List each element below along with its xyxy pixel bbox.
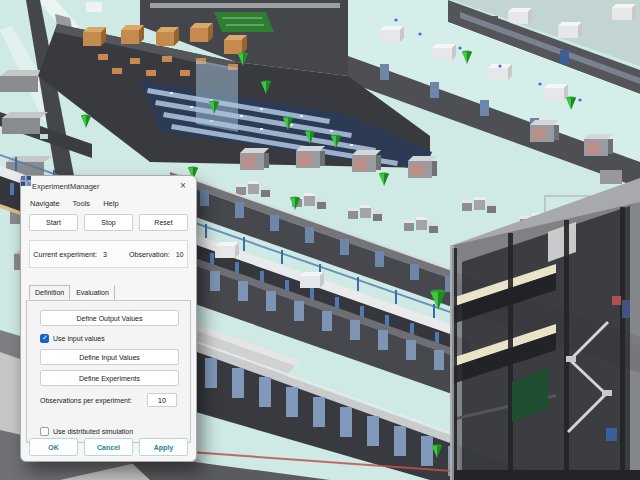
- dialog-title: ExperimentManager: [32, 182, 175, 191]
- menu-tools[interactable]: Tools: [73, 199, 91, 208]
- observations-input[interactable]: [147, 393, 177, 407]
- observations-label: Observations per experiment:: [40, 397, 147, 404]
- distributed-simulation-label: Use distributed simulation: [53, 428, 133, 435]
- apply-button[interactable]: Apply: [139, 438, 188, 456]
- reset-button[interactable]: Reset: [139, 214, 188, 231]
- start-button[interactable]: Start: [29, 214, 78, 231]
- tab-bar: Definition Evaluation: [29, 285, 196, 300]
- tab-evaluation[interactable]: Evaluation: [70, 285, 115, 300]
- distributed-row: Use distributed simulation: [40, 427, 177, 436]
- observation-label: Observation:: [129, 250, 170, 259]
- stop-button[interactable]: Stop: [84, 214, 133, 231]
- use-input-values-label: Use input values: [53, 335, 105, 342]
- status-box: Current experiment: 3 Observation: 10: [29, 240, 188, 268]
- current-experiment-value: 3: [103, 250, 107, 259]
- use-input-values-checkbox[interactable]: [40, 334, 49, 343]
- cancel-button[interactable]: Cancel: [84, 438, 133, 456]
- ok-button[interactable]: OK: [29, 438, 78, 456]
- application-window: ExperimentManager × Navigate Tools Help …: [0, 0, 640, 480]
- define-input-values-button[interactable]: Define Input Values: [40, 349, 179, 365]
- define-output-values-button[interactable]: Define Output Values: [40, 310, 179, 326]
- dialog-titlebar[interactable]: ExperimentManager ×: [21, 176, 196, 196]
- close-icon[interactable]: ×: [175, 179, 191, 193]
- translucent-curtain: [196, 60, 238, 132]
- tab-definition[interactable]: Definition: [29, 285, 70, 300]
- observations-row: Observations per experiment:: [40, 393, 177, 407]
- observation-value: 10: [176, 250, 184, 259]
- menu-help[interactable]: Help: [103, 199, 118, 208]
- experiment-manager-icon: [21, 176, 31, 186]
- define-experiments-button[interactable]: Define Experiments: [40, 370, 179, 386]
- current-experiment-label: Current experiment:: [33, 250, 97, 259]
- use-input-values-row: Use input values: [40, 334, 177, 343]
- distributed-simulation-checkbox[interactable]: [40, 427, 49, 436]
- dialog-footer: OK Cancel Apply: [29, 438, 188, 456]
- green-board: [214, 12, 274, 32]
- definition-tab-panel: Define Output Values Use input values De…: [26, 300, 191, 443]
- experiment-manager-dialog: ExperimentManager × Navigate Tools Help …: [20, 175, 197, 462]
- menu-bar: Navigate Tools Help: [21, 196, 196, 211]
- menu-navigate[interactable]: Navigate: [30, 199, 60, 208]
- simulation-controls: Start Stop Reset: [21, 211, 196, 235]
